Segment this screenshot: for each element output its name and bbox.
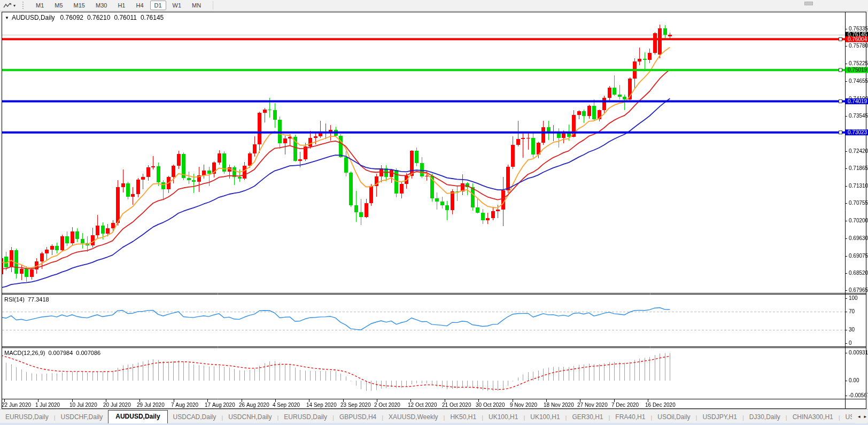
toolbar-grip xyxy=(22,2,24,9)
timeframe-button-d1[interactable]: D1 xyxy=(150,1,166,10)
collapse-triangle-icon[interactable]: ▼ xyxy=(5,16,9,20)
rsi-name: RSI(14) xyxy=(4,296,25,303)
tab-usdchf-daily[interactable]: USDCHF,Daily xyxy=(56,411,108,423)
chart-type-icon[interactable] xyxy=(3,2,12,9)
quote-open: 0.76092 xyxy=(60,14,83,21)
timeframe-button-m5[interactable]: M5 xyxy=(50,1,67,10)
tab-dj30-daily[interactable]: DJ30,Daily xyxy=(744,411,786,423)
macd-name: MACD(12,26,9) xyxy=(4,350,45,356)
rsi-indicator-label: RSI(14)77.3418 xyxy=(4,296,52,303)
tab-usoil-daily[interactable]: USOil,Daily xyxy=(652,411,695,423)
timeframe-button-m15[interactable]: M15 xyxy=(69,1,89,10)
quote-close: 0.76145 xyxy=(141,14,164,21)
symbol-tabbar: EURUSD,Daily|USDCHF,DailyAUDUSD,DailyUSD… xyxy=(0,409,868,423)
macd-main-value: 0.007984 xyxy=(48,350,73,356)
tab-gbpusd-h4[interactable]: GBPUSD,H4 xyxy=(334,411,382,423)
macd-indicator-label: MACD(12,26,9)0.0079840.007086 xyxy=(4,350,104,356)
symbol-tabs: EURUSD,Daily|USDCHF,DailyAUDUSD,DailyUSD… xyxy=(0,409,852,423)
tab-audusd-daily[interactable]: AUDUSD,Daily xyxy=(108,410,167,423)
tab-scroll-left-icon[interactable]: ◂ xyxy=(858,414,861,419)
timeframe-button-mn[interactable]: MN xyxy=(188,1,205,10)
tab-usdcad-daily[interactable]: USDCAD,Daily xyxy=(168,411,222,423)
timeframe-button-h4[interactable]: H4 xyxy=(131,1,148,10)
timeframe-button-m1[interactable]: M1 xyxy=(32,1,48,10)
quote-high: 0.76210 xyxy=(87,14,110,21)
rsi-value: 77.3418 xyxy=(28,296,49,303)
tab-eurusd-daily[interactable]: EURUSD,Daily xyxy=(0,411,54,423)
tab-eurusd-daily[interactable]: EURUSD,Daily xyxy=(278,411,332,423)
timeframe-toolbar: ▾ M1M5M15M30H1H4D1W1MN xyxy=(0,0,868,11)
toolbar-divider xyxy=(213,1,213,10)
timeframe-button-w1[interactable]: W1 xyxy=(168,1,186,10)
tab-xauusd-weekly[interactable]: XAUUSD,Weekly xyxy=(383,411,443,423)
macd-signal-value: 0.007086 xyxy=(76,350,100,356)
tab-usdjpy-h1[interactable]: USDJPY,H1 xyxy=(697,411,742,423)
timeframe-buttons: M1M5M15M30H1H4D1W1MN xyxy=(27,0,210,11)
chart-title: ▼ AUDUSD,Daily 0.76092 0.76210 0.76011 0… xyxy=(5,14,167,21)
tab-china300-h1[interactable]: CHINA300,H1 xyxy=(787,411,839,423)
tab-usdcnh-daily[interactable]: USDCNH,Daily xyxy=(223,411,277,423)
mt4-window: ▾ M1M5M15M30H1H4D1W1MN ▼ AUDUSD,Daily 0.… xyxy=(0,0,868,425)
tab-ger30-h1[interactable]: GER30,H1 xyxy=(567,411,608,423)
chart-canvas[interactable] xyxy=(0,11,868,425)
tab-hk50-h1[interactable]: HK50,H1 xyxy=(445,411,482,423)
tab-uk100-h1[interactable]: UK100,H1 xyxy=(525,411,565,423)
quote-low: 0.76011 xyxy=(114,14,137,21)
timeframe-button-h1[interactable]: H1 xyxy=(113,1,129,10)
tab-scroll-arrows: ◂ ▸ xyxy=(855,409,866,423)
symbol-period-label: AUDUSD,Daily xyxy=(12,14,55,21)
tab-scroll-right-icon[interactable]: ▸ xyxy=(864,414,866,419)
tab-usdcad-h1[interactable]: USDCAD,H1 xyxy=(840,411,852,423)
tab-uk100-h1[interactable]: UK100,H1 xyxy=(483,411,523,423)
chart-scrollbar-thumb[interactable] xyxy=(804,2,813,5)
tab-fra40-h1[interactable]: FRA40,H1 xyxy=(610,411,650,423)
timeframe-button-m30[interactable]: M30 xyxy=(91,1,111,10)
chevron-down-icon[interactable]: ▾ xyxy=(13,3,15,8)
